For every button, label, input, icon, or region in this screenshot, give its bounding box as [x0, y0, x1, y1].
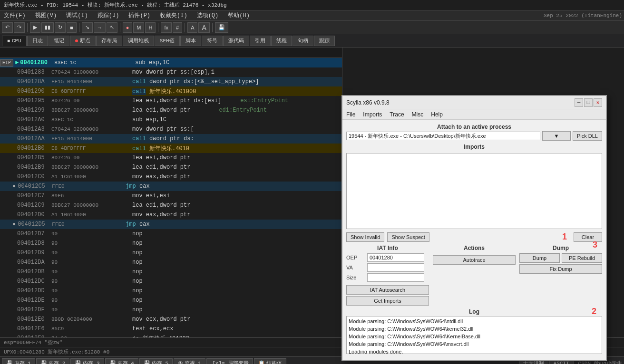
toolbar-font-a[interactable]: A — [187, 22, 197, 33]
toolbar-step-over[interactable]: → — [94, 22, 106, 33]
table-row[interactable]: 004012E685C9test ecx,ecx — [0, 324, 342, 334]
menu-trace[interactable]: 跟踪(J) — [96, 10, 121, 20]
scylla-menu-file[interactable]: File — [344, 111, 357, 118]
table-row[interactable]: 004012DF90nop — [0, 305, 342, 315]
imports-box[interactable] — [346, 153, 602, 229]
iat-autosearch-button[interactable]: IAT Autosearch — [346, 285, 429, 295]
toolbar-fx[interactable]: fx — [161, 22, 172, 33]
pick-dll-button[interactable]: Pick DLL — [573, 131, 602, 141]
toolbar-stop[interactable]: ■ — [67, 22, 77, 33]
toolbar-mem2[interactable]: 💾 — [215, 22, 228, 33]
menu-debug[interactable]: 调试(I) — [64, 10, 90, 20]
scylla-menu-imports[interactable]: Imports — [361, 111, 384, 118]
bottom-tab-struct[interactable]: 📋 结构体 — [254, 358, 286, 364]
table-row[interactable]: 004012D0 A1 10614000 mov eax,dword ptr — [0, 210, 342, 220]
table-row[interactable]: 004012E08B0D 0C204000mov ecx,dword ptr — [0, 315, 342, 324]
table-row[interactable]: 00401283 C70424 01000000 mov dword ptr s… — [0, 67, 342, 77]
scylla-minimize-button[interactable]: ─ — [575, 98, 583, 107]
table-row[interactable]: 004012D790nop — [0, 229, 342, 239]
clear-button[interactable]: Clear — [574, 232, 602, 242]
scylla-close-button[interactable]: ✕ — [594, 98, 602, 107]
toolbar-hw[interactable]: H — [145, 22, 156, 33]
size-input[interactable] — [367, 273, 424, 282]
menu-view[interactable]: 视图(V) — [33, 10, 59, 20]
table-row[interactable]: 0040128A FF15 04614000 call dword ptr ds… — [0, 77, 342, 86]
toolbar-bp[interactable]: ● — [123, 22, 133, 33]
table-row[interactable]: 004012C9 8DBC27 00000000 lea edi,dword p… — [0, 201, 342, 210]
table-row[interactable]: 004012B5 8D7426 00 lea esi,dword ptr — [0, 153, 342, 163]
table-row[interactable]: 00401290 E8 6BFDFFFF call 新年快乐.401000 — [0, 86, 342, 96]
bottom-tab-watch1[interactable]: 👁 监视 1 — [174, 358, 205, 364]
tab-symbols[interactable]: 符号 — [202, 36, 223, 46]
toolbar-restart[interactable]: ↻ — [55, 22, 66, 33]
table-row[interactable]: ● 004012C5 FFE0 jmp eax — [0, 182, 342, 191]
scylla-menu-trace[interactable]: Trace — [388, 111, 406, 118]
disasm-content[interactable]: EIP ► 00401280 83EC 1C sub esp,1C 004012… — [0, 58, 342, 337]
toolbar-step-out[interactable]: ↖ — [107, 22, 117, 33]
menu-file[interactable]: 文件(F) — [2, 10, 28, 20]
table-row[interactable]: 004012DB90nop — [0, 267, 342, 277]
tab-refs[interactable]: 引用 — [250, 36, 271, 46]
table-row[interactable]: 004012D990nop — [0, 248, 342, 258]
tab-threads[interactable]: 线程 — [271, 36, 292, 46]
process-input[interactable] — [346, 132, 540, 140]
toolbar-font-a2[interactable]: A — [198, 22, 209, 33]
tab-handles[interactable]: 句柄 — [292, 36, 313, 46]
tab-cpu[interactable]: ■ CPU — [2, 36, 27, 46]
scylla-menu-help[interactable]: Help — [429, 111, 445, 118]
table-row[interactable]: 004012DC90nop — [0, 277, 342, 286]
table-row[interactable]: 004012DA90nop — [0, 258, 342, 267]
bottom-tab-locals[interactable]: [x]= 局部变量 — [206, 358, 253, 364]
table-row[interactable]: 004012D890nop — [0, 239, 342, 248]
dump-button[interactable]: Dump — [519, 253, 560, 263]
toolbar-run[interactable]: ▶ — [30, 22, 40, 33]
table-row[interactable]: 004012B0 E8 4BFDFFFF call 新年快乐.4010 — [0, 144, 342, 153]
tab-script[interactable]: 脚本 — [180, 36, 201, 46]
bottom-tab-mem5[interactable]: 💾 内存 5 — [139, 358, 173, 364]
bottom-tab-mem3[interactable]: 💾 内存 3 — [70, 358, 104, 364]
oep-input[interactable] — [367, 253, 424, 262]
get-imports-button[interactable]: Get Imports — [346, 296, 429, 306]
table-row[interactable]: 004012DD90nop — [0, 286, 342, 296]
toolbar-pause[interactable]: ▮▮ — [41, 22, 54, 33]
table-row[interactable]: 004012B9 8DBC27 00000000 lea edi,dword p… — [0, 163, 342, 172]
scylla-dialog[interactable]: Scylla x86 v0.9.8 ─ □ ✕ File Imports Tra… — [341, 95, 607, 361]
table-row[interactable]: 004012A3 C70424 02000000 mov dword ptr s… — [0, 125, 342, 134]
bottom-tab-mem4[interactable]: 💾 内存 4 — [105, 358, 138, 364]
menu-help[interactable]: 帮助(H) — [226, 10, 252, 20]
bottom-tab-mem1[interactable]: 💾 内存 1 — [2, 358, 35, 364]
va-input[interactable] — [367, 263, 424, 272]
tab-notes[interactable]: 笔记 — [49, 36, 69, 46]
table-row[interactable]: 004012DE90nop — [0, 296, 342, 305]
tab-seh[interactable]: SEH链 — [155, 36, 180, 46]
tab-memlayout[interactable]: 存布局 — [96, 36, 122, 46]
tab-callstack[interactable]: 调用堆栈 — [123, 36, 154, 46]
disasm-row-eip[interactable]: EIP ► 00401280 83EC 1C sub esp,1C — [0, 58, 342, 67]
table-row[interactable]: 004012A0 83EC 1C sub esp,1C — [0, 115, 342, 125]
fix-dump-button[interactable]: Fix Dump — [519, 264, 602, 274]
menu-favorites[interactable]: 收藏夹(I) — [158, 10, 189, 20]
tab-log[interactable]: 日志 — [27, 36, 48, 46]
show-suspect-button[interactable]: Show Suspect — [387, 232, 429, 242]
table-row[interactable]: 004012AA FF15 04614000 call dword ptr ds… — [0, 134, 342, 144]
toolbar-mem[interactable]: M — [133, 22, 144, 33]
table-row[interactable]: 004012C7 89F6 mov esi,esi — [0, 191, 342, 201]
menu-options[interactable]: 选项(Q) — [195, 10, 221, 20]
menu-plugins[interactable]: 插件(P) — [127, 10, 152, 20]
tab-source[interactable]: 源代码 — [223, 36, 249, 46]
table-row[interactable]: 004012C0 A1 1C614000 mov eax,dword ptr — [0, 172, 342, 182]
pe-rebuild-button[interactable]: PE Rebuild — [562, 253, 602, 263]
toolbar-fwd[interactable]: ↷ — [14, 22, 25, 33]
tab-bp[interactable]: 断点 — [70, 36, 96, 46]
toolbar-step-into[interactable]: ↘ — [82, 22, 93, 33]
table-row[interactable]: ● 004012D5 FFE0 jmp eax — [0, 220, 342, 229]
toolbar-back[interactable]: ↶ — [2, 22, 13, 33]
disasm-pane[interactable]: EIP ► 00401280 83EC 1C sub esp,1C 004012… — [0, 48, 342, 337]
show-invalid-button[interactable]: Show Invalid — [346, 232, 384, 242]
combo-arrow[interactable]: ▼ — [542, 131, 571, 141]
log-box[interactable]: Module parsing: C:\Windows\SysWOW64\ntdl… — [346, 316, 602, 354]
table-row[interactable]: 00401295 8D7426 00 lea esi,dword ptr ds:… — [0, 96, 342, 105]
tab-trace[interactable]: 跟踪 — [314, 36, 335, 46]
table-row[interactable]: 004012E874 38je 新年快乐.401322 — [0, 334, 342, 337]
scylla-menu-misc[interactable]: Misc — [410, 111, 426, 118]
